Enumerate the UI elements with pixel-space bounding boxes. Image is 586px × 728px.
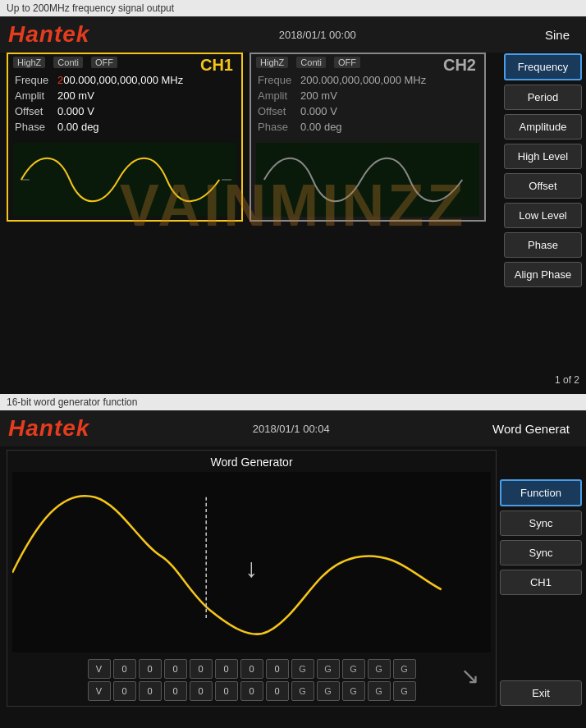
ch1-phase-label: Phase: [15, 121, 57, 133]
btn-ch1[interactable]: CH1: [500, 570, 582, 595]
bit-cell-g-2[interactable]: G: [317, 659, 340, 679]
bit-cell-0-5[interactable]: 0: [215, 659, 238, 679]
bit-cell-g-8[interactable]: G: [342, 681, 365, 701]
ch2-phase-value: 0.00 deg: [300, 121, 342, 133]
panel1-datetime: 2018/01/1 00:00: [279, 29, 356, 41]
bit-cell-0-11[interactable]: 0: [190, 681, 213, 701]
btn-amplitude[interactable]: Amplitude: [504, 114, 582, 140]
panel2: Hantek 2018/01/1 00:04 Word Generat Word…: [0, 410, 586, 728]
bit-cell-0-10[interactable]: 0: [164, 681, 187, 701]
ch2-title: CH2: [443, 56, 476, 75]
ch1-amplit-label: Amplit: [15, 89, 57, 102]
ch1-freq-label: Freque: [15, 74, 57, 86]
ch2-tab-highz[interactable]: HighZ: [256, 57, 288, 68]
btn-period[interactable]: Period: [504, 85, 582, 110]
ch2-freq-row: Freque 200.000,000,000,000 MHz: [258, 74, 478, 86]
bit-row-1: V 0 0 0 0 0 0 0 G G G G G: [12, 659, 491, 679]
scroll-arrow-icon: ↘: [460, 662, 479, 689]
btn-sync-label[interactable]: Sync: [500, 511, 582, 536]
btn-sync[interactable]: Sync: [500, 540, 582, 565]
bit-cell-0-7[interactable]: 0: [266, 659, 289, 679]
btn-align-phase[interactable]: Align Phase: [504, 262, 582, 287]
panel1-mode: Sine: [545, 28, 578, 42]
bit-cell-0-1[interactable]: 0: [113, 659, 136, 679]
wg-title: Word Generator: [12, 456, 491, 469]
ch2-tab-conti[interactable]: Conti: [296, 57, 326, 68]
bit-cell-0-12[interactable]: 0: [215, 681, 238, 701]
hantek-logo-2: Hantek: [8, 415, 89, 442]
bit-cell-0-3[interactable]: 0: [164, 659, 187, 679]
ch2-tab-off[interactable]: OFF: [334, 57, 360, 68]
bit-cell-0-4[interactable]: 0: [190, 659, 213, 679]
panel2-header: Hantek 2018/01/1 00:04 Word Generat: [0, 410, 586, 446]
btn-low-level[interactable]: Low Level: [504, 203, 582, 228]
ch2-amplit-row: Amplit 200 mV: [258, 89, 478, 102]
bit-cell-g-4[interactable]: G: [368, 659, 391, 679]
page-indicator: 1 of 2: [555, 374, 579, 386]
ch2-info: Freque 200.000,000,000,000 MHz Amplit 20…: [251, 71, 484, 140]
bit-cell-0-2[interactable]: 0: [139, 659, 162, 679]
hantek-logo-1: Hantek: [8, 21, 89, 48]
btn-function[interactable]: Function: [500, 479, 582, 506]
ch1-title: CH1: [200, 56, 233, 75]
ch1-tab-highz[interactable]: HighZ: [13, 57, 45, 68]
down-arrow-icon: ↓: [245, 553, 259, 584]
ch2-offset-row: Offset 0.000 V: [258, 105, 478, 117]
bit-cell-0-8[interactable]: 0: [113, 681, 136, 701]
channels-area: HighZ Conti OFF CH1 Freque 200.000,000,0…: [0, 53, 586, 222]
bit-cell-v1[interactable]: V: [88, 659, 111, 679]
bit-cell-g-9[interactable]: G: [368, 681, 391, 701]
ch1-phase-value: 0.00 deg: [57, 121, 99, 133]
btn-exit[interactable]: Exit: [500, 680, 582, 706]
top-bar-text: Up to 200MHz frequency signal output: [7, 2, 174, 14]
bit-cell-g-6[interactable]: G: [291, 681, 314, 701]
ch2-waveform-svg: [256, 143, 479, 217]
btn-high-level[interactable]: High Level: [504, 144, 582, 169]
ch1-offset-value: 0.000 V: [57, 105, 94, 117]
bit-row-2: V 0 0 0 0 0 0 0 G G G G G: [12, 681, 491, 701]
btn-frequency[interactable]: Frequency: [504, 53, 582, 80]
btn-offset[interactable]: Offset: [504, 173, 582, 199]
ch1-amplit-row: Amplit 200 mV: [15, 89, 235, 102]
ch1-tab-conti[interactable]: Conti: [53, 57, 83, 68]
top-info-bar: Up to 200MHz frequency signal output: [0, 0, 586, 16]
panel2-mode: Word Generat: [492, 422, 578, 436]
btn-phase[interactable]: Phase: [504, 232, 582, 258]
ch1-waveform-svg: [13, 143, 236, 217]
ch2-amplit-value: 200 mV: [300, 89, 337, 102]
ch2-freq-label: Freque: [258, 74, 300, 86]
wg-wave-area: ↓: [12, 472, 491, 652]
ch1-tab-off[interactable]: OFF: [91, 57, 117, 68]
ch1-info: Freque 200.000,000,000,000 MHz Amplit 20…: [8, 71, 241, 140]
bit-cell-v2[interactable]: V: [88, 681, 111, 701]
ch1-freq-value: 2: [57, 74, 63, 86]
ch2-header: HighZ Conti OFF CH2: [251, 54, 484, 71]
bit-cell-0-9[interactable]: 0: [139, 681, 162, 701]
ch2-freq-value: 200.000,000,000,000 MHz: [300, 74, 426, 86]
bit-cell-g-10[interactable]: G: [393, 681, 416, 701]
divider-text: 16-bit word generator function: [7, 396, 137, 408]
ch2-phase-label: Phase: [258, 121, 300, 133]
bit-cell-g-7[interactable]: G: [317, 681, 340, 701]
bit-cell-g-1[interactable]: G: [291, 659, 314, 679]
ch1-freq-row: Freque 200.000,000,000,000 MHz: [15, 74, 235, 86]
ch2-offset-label: Offset: [258, 105, 300, 117]
bit-cell-0-6[interactable]: 0: [240, 659, 263, 679]
divider-bar: 16-bit word generator function: [0, 394, 586, 410]
bit-cell-g-5[interactable]: G: [393, 659, 416, 679]
ch1-offset-row: Offset 0.000 V: [15, 105, 235, 117]
bit-cell-0-14[interactable]: 0: [266, 681, 289, 701]
ch2-box: HighZ Conti OFF CH2 Freque 200.000,000,0…: [250, 53, 486, 222]
ch1-offset-label: Offset: [15, 105, 57, 117]
ch1-box: HighZ Conti OFF CH1 Freque 200.000,000,0…: [7, 53, 243, 222]
wg-right-buttons: Function Sync Sync CH1 Exit: [500, 446, 586, 710]
bit-cell-g-3[interactable]: G: [342, 659, 365, 679]
panel2-datetime: 2018/01/1 00:04: [253, 423, 330, 435]
ch1-amplit-value: 200 mV: [57, 89, 94, 102]
panel1: Hantek 2018/01/1 00:00 Sine HighZ Conti …: [0, 16, 586, 394]
ch1-waveform: [13, 143, 236, 217]
wg-main: Word Generator ↓ V 0 0 0 0: [0, 446, 586, 710]
ch1-header: HighZ Conti OFF CH1: [8, 54, 241, 71]
bit-grid: V 0 0 0 0 0 0 0 G G G G G V 0 0: [12, 659, 491, 701]
bit-cell-0-13[interactable]: 0: [240, 681, 263, 701]
